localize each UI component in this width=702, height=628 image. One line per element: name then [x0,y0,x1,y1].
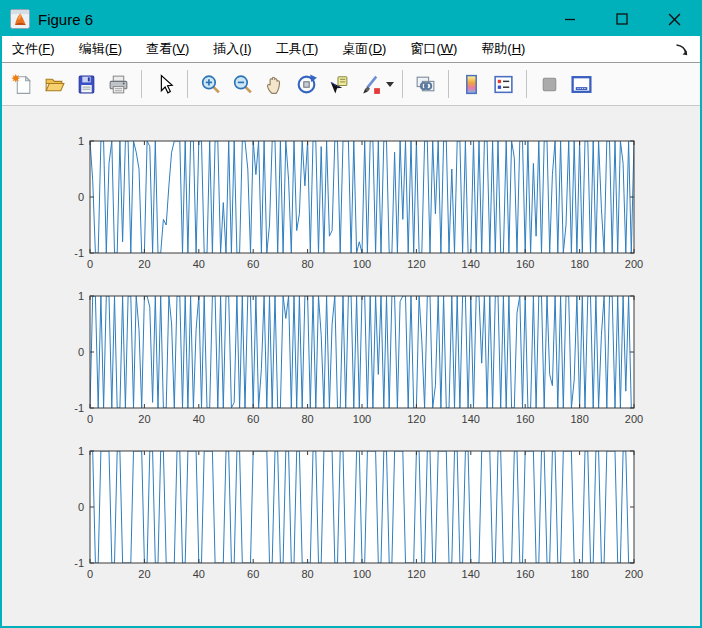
x-tick-label: 180 [570,568,588,580]
link-plot-button[interactable] [411,69,440,99]
x-tick-label: 160 [516,568,534,580]
x-tick-label: 20 [138,258,150,270]
menu-tools[interactable]: 工具(T) [276,40,319,58]
brush-icon [359,73,382,96]
dock-figure-arrow-icon [674,42,689,57]
open-file-button[interactable] [40,69,69,99]
save-floppy-icon [75,73,98,96]
x-tick-label: 80 [301,413,313,425]
maximize-icon [616,13,628,25]
zoom-out-icon [231,73,254,96]
pan-button[interactable] [260,69,289,99]
rotate-3d-button[interactable] [292,69,321,99]
close-button[interactable] [648,2,700,36]
x-tick-label: 100 [353,258,371,270]
x-tick-label: 40 [193,568,205,580]
edit-plot-button[interactable] [150,69,179,99]
x-tick-label: 180 [570,413,588,425]
minimize-icon [564,13,576,25]
menu-file[interactable]: 文件(F) [12,40,55,58]
show-plot-tools-button[interactable] [567,69,596,99]
x-tick-label: 200 [625,258,643,270]
hand-icon [263,73,286,96]
insert-legend-button[interactable] [489,69,518,99]
minimize-button[interactable] [544,2,596,36]
pointer-arrow-icon [153,73,176,96]
toolbar-separator [141,70,142,98]
link-plot-icon [414,73,437,96]
x-tick-label: 160 [516,413,534,425]
brush-data-button[interactable] [356,69,394,99]
x-tick-label: 100 [353,413,371,425]
axes-canvas-2[interactable]: 020406080100120140160180200-101 [55,286,667,438]
new-document-icon [11,73,34,96]
x-tick-label: 200 [625,568,643,580]
x-tick-label: 160 [516,258,534,270]
x-tick-label: 180 [570,258,588,270]
zoom-out-button[interactable] [228,69,257,99]
hide-plot-tools-button [535,69,564,99]
zoom-in-button[interactable] [196,69,225,99]
subplot-2[interactable]: 020406080100120140160180200-101 [55,286,667,438]
menu-edit[interactable]: 编辑(E) [79,40,122,58]
x-tick-label: 60 [247,413,259,425]
data-cursor-button[interactable] [324,69,353,99]
subplot-1[interactable]: 020406080100120140160180200-101 [55,131,667,283]
x-tick-label: 100 [353,568,371,580]
insert-colorbar-button[interactable] [457,69,486,99]
menu-view[interactable]: 查看(V) [146,40,189,58]
y-tick-label: 1 [78,445,84,457]
x-tick-label: 0 [87,568,93,580]
show-plot-tools-icon [570,73,593,96]
dock-figure-button[interactable] [672,40,690,58]
x-tick-label: 140 [462,568,480,580]
colorbar-icon [460,73,483,96]
x-tick-label: 40 [193,258,205,270]
figure-canvas: 020406080100120140160180200-101 02040608… [2,106,700,627]
save-figure-button[interactable] [72,69,101,99]
axes-canvas-3[interactable]: 020406080100120140160180200-101 [55,441,667,593]
y-tick-label: 0 [78,191,84,203]
data-cursor-icon [327,73,350,96]
menu-desktop[interactable]: 桌面(D) [342,40,386,58]
x-tick-label: 120 [407,568,425,580]
new-figure-button[interactable] [8,69,37,99]
x-tick-label: 20 [138,413,150,425]
menu-insert[interactable]: 插入(I) [213,40,251,58]
title-bar[interactable]: Figure 6 [2,2,700,36]
toolbar-separator [187,70,188,98]
maximize-button[interactable] [596,2,648,36]
y-tick-label: 1 [78,135,84,147]
axes-canvas-1[interactable]: 020406080100120140160180200-101 [55,131,667,283]
toolbar-separator [402,70,403,98]
legend-icon [492,73,515,96]
x-tick-label: 40 [193,413,205,425]
printer-icon [107,73,130,96]
x-tick-label: 80 [301,568,313,580]
y-tick-label: -1 [74,402,84,414]
window-title: Figure 6 [38,11,93,28]
y-tick-label: 0 [78,346,84,358]
menu-window[interactable]: 窗口(W) [410,40,457,58]
x-tick-label: 0 [87,413,93,425]
y-tick-label: -1 [74,247,84,259]
brush-dropdown-caret-icon[interactable] [386,82,394,87]
toolbar-separator [448,70,449,98]
x-tick-label: 0 [87,258,93,270]
toolbar [2,63,700,106]
matlab-logo-icon [10,9,30,29]
y-tick-label: 0 [78,501,84,513]
x-tick-label: 20 [138,568,150,580]
y-tick-label: -1 [74,557,84,569]
x-tick-label: 140 [462,413,480,425]
x-tick-label: 60 [247,568,259,580]
close-icon [668,13,681,26]
subplot-3[interactable]: 020406080100120140160180200-101 [55,441,667,593]
open-folder-icon [43,73,66,96]
print-figure-button[interactable] [104,69,133,99]
x-tick-label: 200 [625,413,643,425]
x-tick-label: 120 [407,413,425,425]
toolbar-separator [526,70,527,98]
x-tick-label: 140 [462,258,480,270]
menu-help[interactable]: 帮助(H) [481,40,525,58]
